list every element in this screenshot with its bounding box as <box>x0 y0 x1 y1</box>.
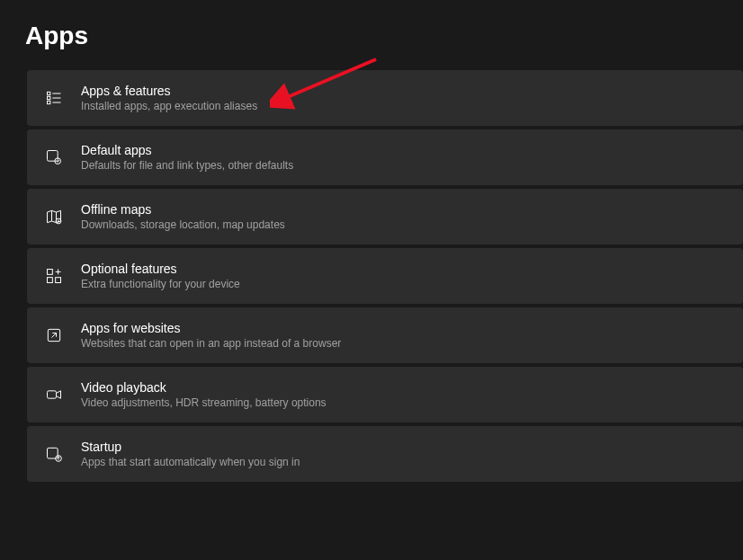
page-title: Apps <box>0 0 743 70</box>
svg-rect-13 <box>48 270 53 275</box>
item-desc: Apps that start automatically when you s… <box>81 456 300 468</box>
item-optional-features[interactable]: Optional features Extra functionality fo… <box>27 248 743 304</box>
item-desc: Downloads, storage location, map updates <box>81 218 285 231</box>
map-icon <box>43 206 65 227</box>
item-title: Optional features <box>81 262 240 276</box>
item-apps-for-websites[interactable]: Apps for websites Websites that can open… <box>27 307 743 363</box>
video-icon <box>43 384 65 405</box>
item-default-apps[interactable]: Default apps Defaults for file and link … <box>27 129 743 185</box>
svg-rect-2 <box>48 96 50 99</box>
open-external-icon <box>43 324 65 346</box>
item-title: Startup <box>81 440 300 454</box>
item-title: Apps for websites <box>81 321 341 335</box>
item-video-playback[interactable]: Video playback Video adjustments, HDR st… <box>27 367 743 422</box>
svg-line-19 <box>52 333 57 338</box>
item-desc: Defaults for file and link types, other … <box>81 159 293 172</box>
startup-icon <box>43 443 65 465</box>
item-title: Default apps <box>81 143 293 157</box>
default-apps-icon <box>43 147 65 168</box>
item-startup[interactable]: Startup Apps that start automatically wh… <box>27 426 743 482</box>
item-apps-features[interactable]: Apps & features Installed apps, app exec… <box>27 70 743 126</box>
svg-rect-6 <box>48 151 58 162</box>
item-desc: Websites that can open in an app instead… <box>81 337 341 350</box>
item-offline-maps[interactable]: Offline maps Downloads, storage location… <box>27 189 743 244</box>
svg-rect-0 <box>48 92 50 94</box>
list-icon <box>43 87 65 109</box>
grid-plus-icon <box>43 265 65 287</box>
settings-list: Apps & features Installed apps, app exec… <box>0 70 743 482</box>
svg-rect-15 <box>56 278 61 283</box>
item-desc: Installed apps, app execution aliases <box>81 100 257 112</box>
item-title: Video playback <box>81 380 327 395</box>
item-desc: Video adjustments, HDR streaming, batter… <box>81 396 327 409</box>
svg-rect-4 <box>48 101 50 103</box>
item-title: Offline maps <box>81 202 285 217</box>
svg-marker-21 <box>57 391 61 398</box>
svg-rect-20 <box>48 391 57 398</box>
item-title: Apps & features <box>81 84 257 98</box>
svg-rect-14 <box>48 278 53 283</box>
item-desc: Extra functionality for your device <box>81 278 240 290</box>
